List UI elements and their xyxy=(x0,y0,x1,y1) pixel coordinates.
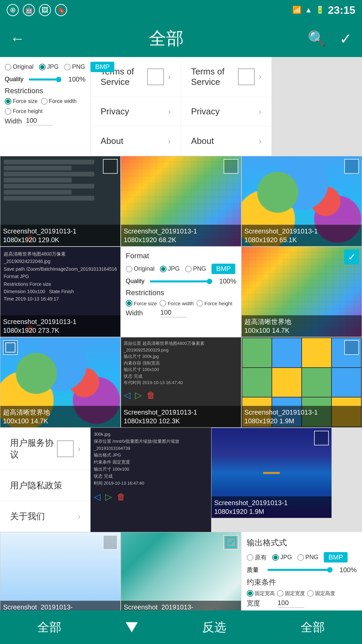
invert-button[interactable]: 反选 xyxy=(192,616,236,639)
delete-icon-center[interactable]: 🗑 xyxy=(117,490,125,504)
out-jpg-radio[interactable] xyxy=(272,554,279,561)
image-cell-2[interactable]: Screenshot_20191013-1 362x644 68.2K xyxy=(121,156,241,247)
jpg-2[interactable]: JPG xyxy=(160,265,180,272)
terms-checkbox-2[interactable] xyxy=(238,68,255,85)
fh-2[interactable]: Force height xyxy=(196,300,232,307)
out-orig-radio[interactable] xyxy=(247,554,253,561)
service-item[interactable]: 用户服务协议 › xyxy=(0,428,90,470)
out-fw[interactable]: 固定宽度 xyxy=(277,590,305,597)
image-cell-8[interactable]: Screenshot_20191013-1 362x644 1.9M xyxy=(241,337,362,428)
cell-checkbox-9[interactable] xyxy=(103,535,118,550)
cell-checkbox-aurora[interactable] xyxy=(314,431,329,445)
quality-slider[interactable] xyxy=(29,78,61,80)
cell-checkbox-6[interactable] xyxy=(3,340,18,355)
out-png[interactable]: PNG xyxy=(297,554,318,561)
send-icon-7[interactable]: ◁ xyxy=(124,390,130,400)
png-radio[interactable] xyxy=(64,64,71,70)
back-button[interactable]: ← xyxy=(10,30,25,47)
force-height-radio[interactable] xyxy=(5,108,11,115)
out-fs[interactable]: 固定宽高 xyxy=(247,590,275,597)
about-item-1[interactable]: About › xyxy=(90,126,181,156)
image-cell-3[interactable]: Screenshot_20191013-1 362x644 65.1K xyxy=(241,156,362,247)
detail-filename: 300k.jpg xyxy=(94,431,208,438)
out-quality-label: 质量 xyxy=(247,566,263,574)
original-radio[interactable] xyxy=(5,64,11,70)
delete-icon-7[interactable]: 🗑 xyxy=(146,390,155,400)
search-button[interactable]: 🔍 xyxy=(308,30,326,47)
terms-item-2[interactable]: Terms of Service › xyxy=(181,57,272,97)
orig-2[interactable]: Original xyxy=(126,265,155,272)
force-size-radio[interactable] xyxy=(5,98,11,105)
format-jpg[interactable]: JPG xyxy=(39,63,59,70)
force-width-option[interactable]: Force width xyxy=(41,98,77,105)
png-2[interactable]: PNG xyxy=(185,265,206,272)
format-original[interactable]: Original xyxy=(5,63,34,70)
out-quality-slider[interactable] xyxy=(267,569,333,571)
privacy-arrow-1: › xyxy=(168,107,171,116)
send-icon-center[interactable]: ◁ xyxy=(94,490,101,504)
terms-checkbox-1[interactable] xyxy=(147,68,164,85)
image-cell-aurora[interactable]: Screenshot_20191013-1 362x644 1.9M xyxy=(211,428,332,518)
out-fw-radio[interactable] xyxy=(277,590,284,597)
confirm-button[interactable]: ✓ xyxy=(340,30,352,47)
detail-time: 时间 2019-10-13 16:47:40 xyxy=(94,480,208,487)
quality-slider-2[interactable] xyxy=(150,280,212,282)
out-png-radio[interactable] xyxy=(297,554,304,561)
image-label-8: Screenshot_20191013-1 362x644 1.9M xyxy=(242,406,362,427)
out-fh[interactable]: 固定高度 xyxy=(307,590,335,597)
service-arrow: › xyxy=(78,444,80,453)
svg-line-3 xyxy=(230,540,234,544)
out-fh-radio[interactable] xyxy=(307,590,314,597)
bmp-btn-2[interactable]: BMP xyxy=(212,264,235,274)
png-radio-2[interactable] xyxy=(185,266,192,272)
cell-checkbox-3[interactable] xyxy=(344,159,359,174)
width-label-2: Width xyxy=(126,309,143,317)
bmp-button[interactable]: BMP xyxy=(90,62,114,72)
cell-checkbox-2[interactable] xyxy=(224,159,238,174)
image-cell-5[interactable]: 超高清晰世界地 100x100 14.7K xyxy=(241,247,362,337)
output-quality-row: 质量 100% xyxy=(247,566,357,574)
service-checkbox[interactable] xyxy=(57,440,74,457)
out-bmp-btn[interactable]: BMP xyxy=(324,552,348,562)
fw-radio-2[interactable] xyxy=(160,300,166,307)
select-all-button[interactable]: 全部 xyxy=(291,616,335,639)
status-bar-left: ⊕ 🤖 🖼 🔖 xyxy=(7,4,67,16)
cell-checkbox-8[interactable] xyxy=(344,340,359,355)
out-original[interactable]: 原有 xyxy=(247,553,267,561)
cell-checkbox-5[interactable] xyxy=(344,250,359,264)
orig-radio-2[interactable] xyxy=(126,266,132,272)
out-jpg[interactable]: JPG xyxy=(272,554,292,561)
fh-radio-2[interactable] xyxy=(196,300,203,307)
image-cell-4[interactable]: 超高清晰世界地图4800万像素 _20190924232046.jpg Save… xyxy=(0,247,121,337)
image-cell-1[interactable]: ◁ ▷ 🗑 Screenshot_20191013-1 362x644 12… xyxy=(0,156,121,247)
out-fs-radio[interactable] xyxy=(247,590,253,597)
restrictions-label-2: Restrictions xyxy=(126,288,236,297)
fs-radio-2[interactable] xyxy=(126,300,132,307)
fw-2[interactable]: Force width xyxy=(160,300,194,307)
jpg-radio-2[interactable] xyxy=(160,266,167,272)
image-cell-6[interactable]: 超高清晰世界地 100x100 14.7K xyxy=(0,337,121,428)
privacy-cn-item[interactable]: 用户隐私政策 xyxy=(0,470,90,501)
fs-2[interactable]: Force size xyxy=(126,300,157,307)
format-png[interactable]: PNG xyxy=(64,63,85,70)
play-icon-7[interactable]: ▷ xyxy=(135,390,142,400)
output-format-row: 原有 JPG PNG BMP xyxy=(247,552,357,562)
force-height-option[interactable]: Force height xyxy=(5,108,43,115)
force-size-option[interactable]: Force size xyxy=(5,98,38,105)
privacy-item-2[interactable]: Privacy › xyxy=(181,97,272,126)
format-row-2: Format xyxy=(126,252,236,260)
detail-info-center: 300k.jpg 保存位置 /mnt/0/批量图片缩放/批量图片缩放_20191… xyxy=(90,428,211,532)
bottom-nav: 全部 反选 全部 xyxy=(0,610,362,644)
force-width-radio[interactable] xyxy=(41,98,48,105)
cell-checkbox-10[interactable] xyxy=(224,535,238,550)
privacy-item-1[interactable]: Privacy › xyxy=(90,97,181,126)
about-item-2[interactable]: About › xyxy=(181,126,272,156)
all-button[interactable]: 全部 xyxy=(27,616,71,639)
play-icon-center[interactable]: ▷ xyxy=(105,490,112,504)
image-cell-9[interactable]: Screenshot_20191013- 362x644 67.9K xyxy=(0,532,121,623)
cell-checkbox-1[interactable] xyxy=(103,159,118,174)
image-cell-10[interactable]: Screenshot_20191013- 362x644 270.3K xyxy=(121,532,241,623)
about-cn-item[interactable]: 关于我们 › xyxy=(0,501,90,532)
image-cell-7[interactable]: 原始位置 超高清晰世界地图4800万像素素_20190925200329.png… xyxy=(121,337,241,428)
jpg-radio[interactable] xyxy=(39,64,46,70)
